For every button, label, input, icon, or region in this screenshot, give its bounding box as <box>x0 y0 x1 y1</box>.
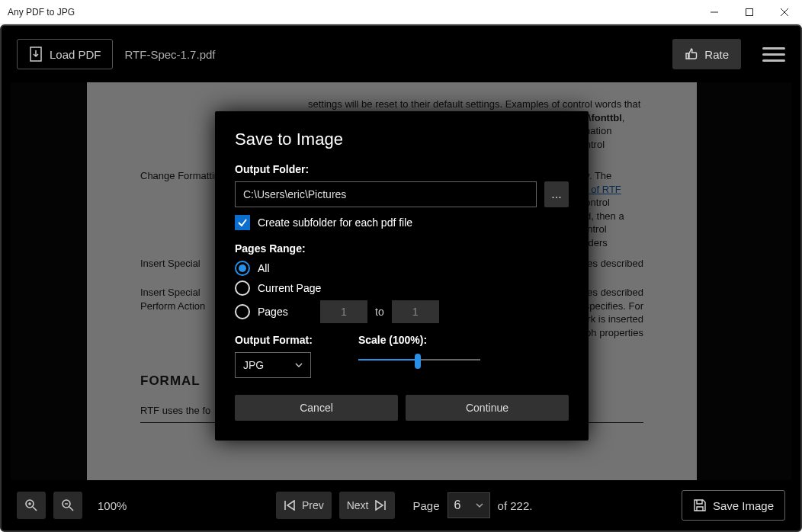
rate-button[interactable]: Rate <box>672 39 741 69</box>
create-subfolder-label: Create subfolder for each pdf file <box>258 216 412 229</box>
browse-folder-button[interactable]: ... <box>544 181 569 207</box>
radio-pages-label: Pages <box>258 306 313 318</box>
radio-all[interactable] <box>235 261 250 276</box>
app-frame: Load PDF RTF-Spec-1.7.pdf Rate settings … <box>0 24 802 532</box>
output-folder-input[interactable] <box>235 181 537 207</box>
current-filename: RTF-Spec-1.7.pdf <box>125 48 216 61</box>
page-label: Page <box>413 499 440 512</box>
to-label: to <box>375 306 384 318</box>
page-number-input[interactable]: 6 <box>448 492 490 518</box>
chevron-down-icon <box>476 503 483 508</box>
svg-line-10 <box>69 507 73 511</box>
output-format-label: Output Format: <box>235 334 313 346</box>
next-icon <box>374 500 387 511</box>
svg-line-6 <box>33 507 37 511</box>
svg-rect-1 <box>746 8 753 15</box>
scale-label: Scale (100%): <box>358 334 480 346</box>
load-pdf-button[interactable]: Load PDF <box>17 39 113 69</box>
chevron-down-icon <box>295 363 303 367</box>
dialog-title: Save to Image <box>235 130 569 149</box>
rate-label: Rate <box>704 48 729 61</box>
load-icon <box>28 46 43 62</box>
minimize-button[interactable] <box>697 0 732 24</box>
cancel-button[interactable]: Cancel <box>235 395 398 421</box>
next-page-button[interactable]: Next <box>339 492 395 519</box>
window-titlebar: Any PDF to JPG <box>0 0 802 24</box>
output-folder-label: Output Folder: <box>235 163 569 175</box>
radio-current-label: Current Page <box>258 282 321 294</box>
save-icon <box>693 498 707 512</box>
page-total: of 222. <box>498 499 533 512</box>
load-pdf-label: Load PDF <box>50 48 101 61</box>
bottom-toolbar: 100% Prev Next Page 6 of 222. Save Image <box>2 480 800 530</box>
save-image-button[interactable]: Save Image <box>682 490 785 521</box>
window-title: Any PDF to JPG <box>0 7 697 18</box>
continue-button[interactable]: Continue <box>406 395 569 421</box>
scale-slider[interactable] <box>358 352 480 367</box>
zoom-out-button[interactable] <box>53 492 82 519</box>
close-button[interactable] <box>767 0 802 24</box>
top-toolbar: Load PDF RTF-Spec-1.7.pdf Rate <box>2 26 800 82</box>
menu-button[interactable] <box>762 43 785 66</box>
save-to-image-dialog: Save to Image Output Folder: ... Create … <box>215 111 589 441</box>
zoom-in-button[interactable] <box>17 492 46 519</box>
prev-icon <box>284 500 297 511</box>
thumbs-up-icon <box>685 47 698 61</box>
page-to-input[interactable] <box>392 300 439 323</box>
page-from-input[interactable] <box>320 300 367 323</box>
pages-range-label: Pages Range: <box>235 242 569 255</box>
radio-current-page[interactable] <box>235 280 250 296</box>
maximize-button[interactable] <box>732 0 767 24</box>
prev-page-button[interactable]: Prev <box>276 492 332 519</box>
radio-all-label: All <box>258 262 270 274</box>
zoom-level: 100% <box>98 499 127 512</box>
create-subfolder-checkbox[interactable] <box>235 215 250 230</box>
radio-pages[interactable] <box>235 304 250 319</box>
check-icon <box>237 217 248 228</box>
output-format-select[interactable]: JPG <box>235 352 311 378</box>
